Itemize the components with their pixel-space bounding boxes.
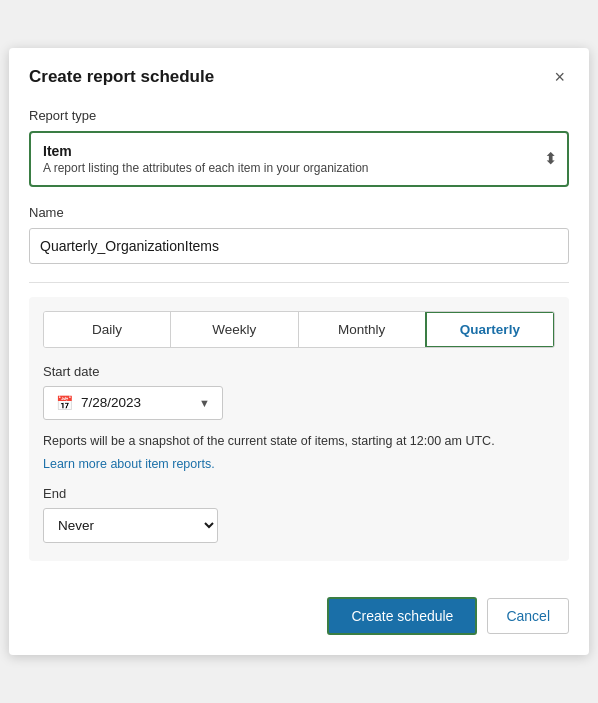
- section-divider: [29, 282, 569, 283]
- tab-quarterly[interactable]: Quarterly: [425, 311, 555, 348]
- end-section: End Never On date After occurrences: [43, 486, 555, 543]
- snapshot-text: Reports will be a snapshot of the curren…: [43, 432, 555, 451]
- dialog-body: Report type Item A report listing the at…: [9, 100, 589, 582]
- report-type-label: Report type: [29, 108, 569, 123]
- start-date-label: Start date: [43, 364, 555, 379]
- start-date-value: 7/28/2023: [81, 395, 141, 410]
- end-select[interactable]: Never On date After occurrences: [43, 508, 218, 543]
- start-date-picker[interactable]: 📅 7/28/2023 ▼: [43, 386, 223, 420]
- name-input[interactable]: [29, 228, 569, 264]
- spinner-icon: ⬍: [544, 151, 557, 167]
- frequency-section: Daily Weekly Monthly Quarterly Start dat…: [29, 297, 569, 562]
- report-type-item-name: Item: [43, 143, 527, 159]
- name-label: Name: [29, 205, 569, 220]
- dialog-footer: Create schedule Cancel: [9, 581, 589, 655]
- chevron-down-icon: ▼: [199, 397, 210, 409]
- tab-monthly[interactable]: Monthly: [299, 312, 426, 347]
- report-type-selector[interactable]: Item A report listing the attributes of …: [29, 131, 569, 187]
- tab-weekly[interactable]: Weekly: [171, 312, 298, 347]
- close-button[interactable]: ×: [550, 66, 569, 88]
- calendar-icon: 📅: [56, 395, 73, 411]
- dialog-header: Create report schedule ×: [9, 48, 589, 100]
- dialog-title: Create report schedule: [29, 67, 214, 87]
- create-report-dialog: Create report schedule × Report type Ite…: [9, 48, 589, 656]
- learn-more-link[interactable]: Learn more about item reports.: [43, 457, 215, 471]
- name-section: Name: [29, 205, 569, 264]
- create-schedule-button[interactable]: Create schedule: [327, 597, 477, 635]
- frequency-tabs: Daily Weekly Monthly Quarterly: [43, 311, 555, 348]
- cancel-button[interactable]: Cancel: [487, 598, 569, 634]
- report-type-item-desc: A report listing the attributes of each …: [43, 161, 527, 175]
- end-label: End: [43, 486, 555, 501]
- tab-daily[interactable]: Daily: [44, 312, 171, 347]
